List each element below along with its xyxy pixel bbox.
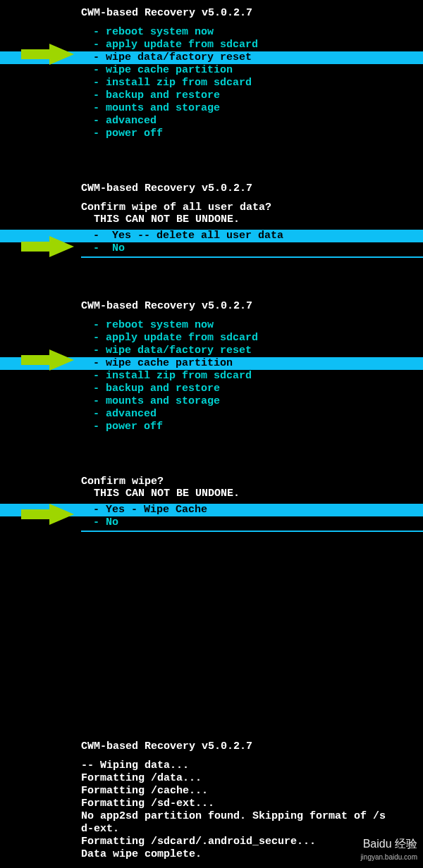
log-line: Formatting /sdcard/.android_secure... xyxy=(0,836,423,848)
watermark-brand: Baidu 经验 xyxy=(363,838,417,850)
panel-header: CWM-based Recovery v5.0.2.7 xyxy=(0,182,423,194)
watermark-url: jingyan.baidu.com xyxy=(360,853,417,861)
arrow-icon xyxy=(21,504,74,525)
log-line: Formatting /cache... xyxy=(0,785,423,798)
log-line: No app2sd partition found. Skipping form… xyxy=(0,810,423,823)
confirm-warning: THIS CAN NOT BE UNDONE. xyxy=(0,213,423,225)
menu-item[interactable]: - install zip from sdcard xyxy=(0,77,423,89)
watermark: Baidu 经验 jingyan.baidu.com xyxy=(360,838,417,862)
menu-item[interactable]: - reboot system now xyxy=(0,26,423,39)
menu-item[interactable]: - mounts and storage xyxy=(0,395,423,408)
arrow-icon xyxy=(21,236,74,257)
log-line: d-ext. xyxy=(0,823,423,836)
svg-marker-0 xyxy=(21,44,74,65)
panel-header: CWM-based Recovery v5.0.2.7 xyxy=(0,7,423,19)
menu-item[interactable]: - backup and restore xyxy=(0,383,423,395)
svg-marker-3 xyxy=(21,504,74,525)
menu-item[interactable]: - mounts and storage xyxy=(0,102,423,115)
confirm-message: Confirm wipe? xyxy=(0,476,423,488)
recovery-panel-5: CWM-based Recovery v5.0.2.7 -- Wiping da… xyxy=(0,733,423,868)
log-line: Formatting /data... xyxy=(0,772,423,785)
divider xyxy=(81,256,423,258)
log-line: Data wipe complete. xyxy=(0,848,423,861)
recovery-panel-4: Confirm wipe? THIS CAN NOT BE UNDONE. - … xyxy=(0,469,423,539)
confirm-message: Confirm wipe of all user data? xyxy=(0,202,423,213)
recovery-panel-1: CWM-based Recovery v5.0.2.7 - reboot sys… xyxy=(0,0,423,147)
menu-item[interactable]: - apply update from sdcard xyxy=(0,332,423,345)
arrow-icon xyxy=(21,44,74,65)
menu-item[interactable]: - advanced xyxy=(0,115,423,128)
recovery-panel-2: CWM-based Recovery v5.0.2.7 Confirm wipe… xyxy=(0,175,423,265)
menu-item[interactable]: - backup and restore xyxy=(0,89,423,102)
recovery-panel-3: CWM-based Recovery v5.0.2.7 - reboot sys… xyxy=(0,293,423,440)
arrow-icon xyxy=(21,349,74,371)
menu-item[interactable]: - power off xyxy=(0,421,423,433)
log-line: -- Wiping data... xyxy=(0,760,423,772)
menu-item[interactable]: - power off xyxy=(0,128,423,140)
panel-header: CWM-based Recovery v5.0.2.7 xyxy=(0,300,423,312)
confirm-warning: THIS CAN NOT BE UNDONE. xyxy=(0,488,423,500)
log-line: Formatting /sd-ext... xyxy=(0,798,423,810)
menu-item[interactable]: - reboot system now xyxy=(0,319,423,332)
panel-header: CWM-based Recovery v5.0.2.7 xyxy=(0,740,423,752)
menu-item[interactable]: - advanced xyxy=(0,408,423,421)
svg-marker-1 xyxy=(21,236,74,257)
divider xyxy=(81,531,423,532)
svg-marker-2 xyxy=(21,349,74,371)
menu-item[interactable]: - wipe cache partition xyxy=(0,64,423,77)
menu-item[interactable]: - install zip from sdcard xyxy=(0,370,423,383)
